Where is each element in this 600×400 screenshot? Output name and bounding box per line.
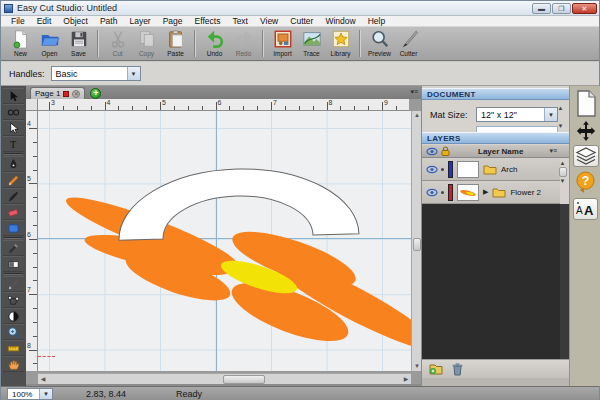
handles-dropdown[interactable]: Basic ▼ bbox=[51, 66, 141, 81]
select-tool[interactable] bbox=[3, 88, 24, 104]
title-bar[interactable]: Easy Cut Studio: Untitled ▬ ❐ ✕ bbox=[1, 1, 599, 16]
maximize-button[interactable]: ❐ bbox=[552, 3, 571, 14]
expand-arrow-icon[interactable]: ▶ bbox=[483, 188, 488, 196]
menu-edit[interactable]: Edit bbox=[31, 16, 58, 27]
scroll-up-icon[interactable]: ▲ bbox=[556, 105, 565, 111]
scroll-up-icon[interactable]: ▲ bbox=[558, 160, 567, 166]
menu-object[interactable]: Object bbox=[57, 16, 94, 27]
arch-shape[interactable] bbox=[117, 166, 359, 240]
eraser-tool[interactable] bbox=[3, 204, 24, 220]
horizontal-scrollbar[interactable]: ◀ ▶ bbox=[38, 373, 411, 384]
document-scroll[interactable]: ▲ ▼ bbox=[556, 105, 565, 131]
layers-scrollbar[interactable]: ▲ ▼ bbox=[558, 160, 567, 204]
lasso-tool[interactable] bbox=[3, 104, 24, 120]
layer-name[interactable]: Arch bbox=[501, 165, 517, 174]
trace-button[interactable]: Trace bbox=[298, 29, 325, 57]
menu-path[interactable]: Path bbox=[94, 16, 124, 27]
cut-button[interactable]: Cut bbox=[104, 29, 131, 57]
scroll-down-icon[interactable]: ▼ bbox=[556, 123, 565, 129]
library-button[interactable]: Library bbox=[327, 29, 354, 57]
ruler-minor-tick bbox=[33, 280, 37, 281]
document-panel-header[interactable]: DOCUMENT bbox=[422, 88, 569, 100]
open-button[interactable]: Open bbox=[36, 29, 63, 57]
flower-shape[interactable] bbox=[61, 187, 411, 362]
copy-button[interactable]: Copy bbox=[133, 29, 160, 57]
minimize-button[interactable]: ▬ bbox=[532, 3, 551, 14]
pen-tool[interactable] bbox=[3, 156, 24, 172]
layer-visibility-eye-icon[interactable] bbox=[426, 188, 438, 197]
menu-cutter[interactable]: Cutter bbox=[284, 16, 319, 27]
redo-button[interactable]: Redo bbox=[230, 29, 257, 57]
document-panel-icon[interactable] bbox=[575, 90, 597, 117]
text-tool[interactable]: T bbox=[3, 136, 24, 152]
fonts-panel-icon[interactable]: A A bbox=[573, 198, 598, 220]
layers-scroll-thumb[interactable] bbox=[559, 167, 567, 177]
help-icon[interactable]: ? bbox=[575, 171, 596, 194]
menu-window[interactable]: Window bbox=[319, 16, 361, 27]
page-color-swatch[interactable] bbox=[63, 91, 69, 97]
layer-color-bar[interactable] bbox=[448, 161, 453, 178]
measure-tool[interactable] bbox=[3, 340, 24, 356]
layers-panel-header[interactable]: LAYERS bbox=[422, 132, 569, 144]
mat-size-dropdown[interactable]: 12" x 12" ▼ bbox=[476, 107, 558, 122]
shapes-tool[interactable] bbox=[3, 220, 24, 236]
knife-tool[interactable] bbox=[3, 276, 24, 292]
gradient-tool[interactable] bbox=[3, 256, 24, 272]
toolbar-separator bbox=[359, 30, 361, 57]
new-button[interactable]: New bbox=[7, 29, 34, 57]
zoom-tool[interactable] bbox=[3, 324, 24, 340]
layer-thumbnail[interactable] bbox=[457, 161, 479, 178]
layer-row-flower-2[interactable]: ▶Flower 2 bbox=[422, 181, 560, 204]
hand-tool[interactable] bbox=[3, 356, 24, 372]
add-layer-button[interactable] bbox=[429, 363, 444, 375]
layer-color-bar[interactable] bbox=[448, 184, 453, 201]
paste-button[interactable]: Paste bbox=[162, 29, 189, 57]
canvas-artwork[interactable] bbox=[38, 111, 411, 371]
save-button[interactable]: Save bbox=[65, 29, 92, 57]
vertical-scroll-thumb[interactable] bbox=[413, 238, 421, 251]
direct-select-tool[interactable] bbox=[3, 120, 24, 136]
design-canvas[interactable] bbox=[38, 111, 411, 371]
layers-menu-icon[interactable]: ▾≡ bbox=[549, 147, 557, 155]
preview-button[interactable]: Preview bbox=[366, 29, 393, 57]
add-page-button[interactable]: + bbox=[90, 88, 101, 99]
menu-effects[interactable]: Effects bbox=[189, 16, 227, 27]
eyedropper-tool[interactable] bbox=[3, 240, 24, 256]
tab-menu-icon[interactable]: ▾≡ bbox=[410, 88, 418, 96]
layers-panel-icon[interactable] bbox=[573, 145, 599, 167]
scroll-right-icon[interactable]: ▶ bbox=[401, 375, 411, 384]
close-page-icon[interactable]: ✕ bbox=[72, 90, 80, 98]
node-edit-tool[interactable] bbox=[3, 292, 24, 308]
handles-value: Basic bbox=[56, 69, 78, 79]
brush-tool[interactable] bbox=[3, 188, 24, 204]
move-tool-icon[interactable] bbox=[576, 121, 596, 141]
menu-layer[interactable]: Layer bbox=[123, 16, 156, 27]
import-button[interactable]: Import bbox=[269, 29, 296, 57]
scroll-down-icon[interactable]: ▼ bbox=[558, 178, 567, 184]
menu-text[interactable]: Text bbox=[226, 16, 254, 27]
horizontal-scroll-thumb[interactable] bbox=[223, 375, 265, 384]
menu-help[interactable]: Help bbox=[362, 16, 391, 27]
pencil-tool[interactable] bbox=[3, 172, 24, 188]
undo-button[interactable]: Undo bbox=[201, 29, 228, 57]
menu-file[interactable]: File bbox=[5, 16, 31, 27]
layer-thumbnail[interactable] bbox=[457, 184, 479, 201]
cutter-button[interactable]: Cutter bbox=[395, 29, 422, 57]
layer-lock-dot[interactable] bbox=[441, 191, 444, 194]
visibility-eye-icon[interactable] bbox=[426, 147, 438, 156]
layer-name[interactable]: Flower 2 bbox=[510, 188, 541, 197]
layer-visibility-eye-icon[interactable] bbox=[426, 165, 438, 174]
contrast-tool[interactable] bbox=[3, 308, 24, 324]
zoom-level-dropdown[interactable]: 100% ▼ bbox=[7, 388, 53, 400]
page-tab[interactable]: Page 1 ✕ bbox=[30, 87, 85, 99]
delete-layer-trash-icon[interactable] bbox=[452, 363, 463, 376]
lock-icon[interactable] bbox=[441, 146, 450, 156]
menu-page[interactable]: Page bbox=[157, 16, 189, 27]
layer-row-arch[interactable]: Arch bbox=[422, 158, 560, 181]
vertical-scrollbar[interactable]: ▲ ▼ bbox=[411, 111, 421, 371]
scroll-left-icon[interactable]: ◀ bbox=[38, 375, 48, 384]
menu-view[interactable]: View bbox=[254, 16, 284, 27]
ruler-minor-tick bbox=[33, 156, 37, 157]
close-button[interactable]: ✕ bbox=[572, 3, 597, 14]
layer-lock-dot[interactable] bbox=[441, 168, 444, 171]
